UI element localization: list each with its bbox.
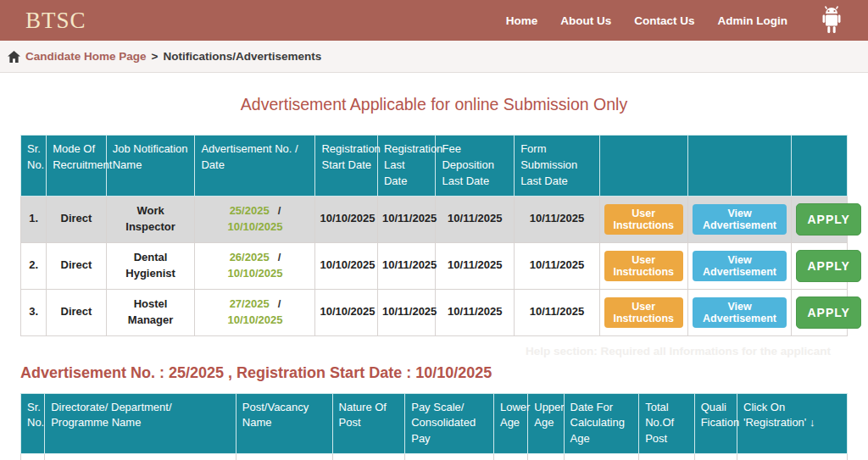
col-registration-last-date: Registration Last Date <box>377 136 435 197</box>
cell-registration: Registration <box>737 454 848 460</box>
cell-reg-last: 10/11/2025 <box>377 242 435 289</box>
nav-about-us[interactable]: About Us <box>560 14 611 27</box>
col-job-notification-name: Job Notification Name <box>106 136 195 197</box>
cell-advertisement-no-date: 27/2025/ 10/10/2025 <box>195 289 315 335</box>
main-content: Advertisement Applicable for online Subm… <box>0 95 868 460</box>
col-nature-of-post: Nature Of Post <box>332 393 405 454</box>
col-post-vacancy-name: Post/Vacancy Name <box>236 393 332 454</box>
cell-reg-start: 10/10/2025 <box>315 242 378 289</box>
cell-upper-age: 37 <box>528 454 564 460</box>
user-instructions-button[interactable]: User Instructions <box>604 251 683 281</box>
section-title: Advertisement No. : 25/2025 , Registrati… <box>20 364 848 382</box>
table-row: 1. Public Health Engineering Department … <box>21 454 848 460</box>
user-instructions-button[interactable]: User Instructions <box>604 204 683 235</box>
view-advertisement-button[interactable]: View Advertisement <box>693 297 787 328</box>
table-row: 1. Direct Work Inspector 25/2025/ 10/10/… <box>21 196 848 242</box>
cell-advertisement-no-date: 25/2025/ 10/10/2025 <box>195 196 315 242</box>
breadcrumb-separator: > <box>152 50 159 63</box>
col-qualification: Quali Fication <box>694 393 737 454</box>
brand-logo[interactable]: BTSC <box>25 8 86 34</box>
home-icon <box>8 51 20 63</box>
col-apply <box>792 136 848 197</box>
col-form-submission-last-date: Form Submission Last Date <box>515 136 600 197</box>
cell-advertisement-no-date: 26/2025/ 10/10/2025 <box>195 242 315 289</box>
cell-fee-last: 10/11/2025 <box>436 289 515 335</box>
registration-detail-table: Sr. No. Directorate/ Department/ Program… <box>20 393 848 460</box>
advertisements-table: Sr. No. Mode Of Recruitment Job Notifica… <box>20 135 848 336</box>
apply-button[interactable]: APPLY <box>796 297 860 329</box>
cell-department: Public Health Engineering Department <box>45 454 236 460</box>
cell-sr: 1. <box>21 454 45 460</box>
view-advertisement-button[interactable]: View Advertisement <box>693 204 787 235</box>
cell-total-posts: 1114 <box>639 454 694 460</box>
col-view-advertisement <box>687 136 792 197</box>
cell-sr: 2. <box>21 242 47 289</box>
breadcrumb-current: Notifications/Advertisements <box>163 50 321 63</box>
breadcrumb-home-link[interactable]: Candidate Home Page <box>25 50 147 63</box>
cell-form-last: 10/11/2025 <box>515 196 600 242</box>
cell-reg-start: 10/10/2025 <box>315 289 378 335</box>
col-fee-deposition-last-date: Fee Deposition Last Date <box>436 136 515 197</box>
cell-date-calc: 01/08/2025 <box>564 454 639 460</box>
col-total-no-of-post: Total No.Of Post <box>639 393 694 454</box>
page-title: Advertisement Applicable for online Subm… <box>20 95 848 114</box>
table-row: 2. Direct Dental Hygienist 26/2025/ 10/1… <box>21 242 848 289</box>
detail-table-header-row: Sr. No. Directorate/ Department/ Program… <box>21 393 848 454</box>
cell-job: Work Inspector <box>106 196 195 242</box>
col-registration-start-date: Registration Start Date <box>315 136 378 197</box>
top-header: BTSC Home About Us Contact Us Admin Logi… <box>0 0 868 41</box>
cell-form-last: 10/11/2025 <box>515 289 600 335</box>
cell-fee-last: 10/11/2025 <box>436 196 515 242</box>
cell-mode: Direct <box>47 242 107 289</box>
col-date-for-calculating-age: Date For Calculating Age <box>564 393 639 454</box>
cell-nature: -/- <box>332 454 405 460</box>
nav-home[interactable]: Home <box>506 14 538 27</box>
cell-mode: Direct <box>47 196 107 242</box>
cell-post: Work Inspector <box>236 454 332 460</box>
android-icon[interactable] <box>819 6 844 35</box>
user-instructions-button[interactable]: User Instructions <box>604 297 683 328</box>
cell-job: Hostel Manager <box>106 289 195 335</box>
col-sr-no: Sr. No. <box>21 393 45 454</box>
cell-qualification: View <box>694 454 737 460</box>
breadcrumb: Candidate Home Page > Notifications/Adve… <box>0 41 868 73</box>
col-mode-of-recruitment: Mode Of Recruitment <box>47 136 107 197</box>
col-lower-age: Lower Age <box>493 393 527 454</box>
nav-contact-us[interactable]: Contact Us <box>634 14 694 27</box>
cell-lower-age: 18 <box>493 454 527 460</box>
main-nav: Home About Us Contact Us Admin Login <box>506 6 844 35</box>
cell-job: Dental Hygienist <box>106 242 195 289</box>
cell-form-last: 10/11/2025 <box>515 242 600 289</box>
col-upper-age: Upper Age <box>528 393 564 454</box>
cell-mode: Direct <box>47 289 107 335</box>
col-department-name: Directorate/ Department/ Programme Name <box>45 393 236 454</box>
cell-reg-last: 10/11/2025 <box>377 196 435 242</box>
cell-pay-scale: 5200:20200 <box>405 454 494 460</box>
table-row: 3. Direct Hostel Manager 27/2025/ 10/10/… <box>21 289 848 335</box>
col-user-instructions <box>599 136 687 197</box>
cell-reg-start: 10/10/2025 <box>315 196 378 242</box>
cell-sr: 1. <box>21 196 47 242</box>
col-pay-scale: Pay Scale/ Consolidated Pay <box>405 393 494 454</box>
cell-fee-last: 10/11/2025 <box>436 242 515 289</box>
view-advertisement-button[interactable]: View Advertisement <box>693 251 787 281</box>
apply-button[interactable]: APPLY <box>796 203 860 236</box>
faint-help-text: Help section: Required all Informations … <box>20 345 848 357</box>
apply-button[interactable]: APPLY <box>796 250 860 282</box>
cell-reg-last: 10/11/2025 <box>377 289 435 335</box>
cell-sr: 3. <box>21 289 47 335</box>
col-sr-no: Sr. No. <box>21 136 47 197</box>
col-advertisement-no-date: Advertisement No. / Date <box>195 136 315 197</box>
advertisements-table-header-row: Sr. No. Mode Of Recruitment Job Notifica… <box>21 136 848 197</box>
col-click-on-registration: Click On 'Registration' ↓ <box>737 393 848 454</box>
nav-admin-login[interactable]: Admin Login <box>718 14 787 27</box>
